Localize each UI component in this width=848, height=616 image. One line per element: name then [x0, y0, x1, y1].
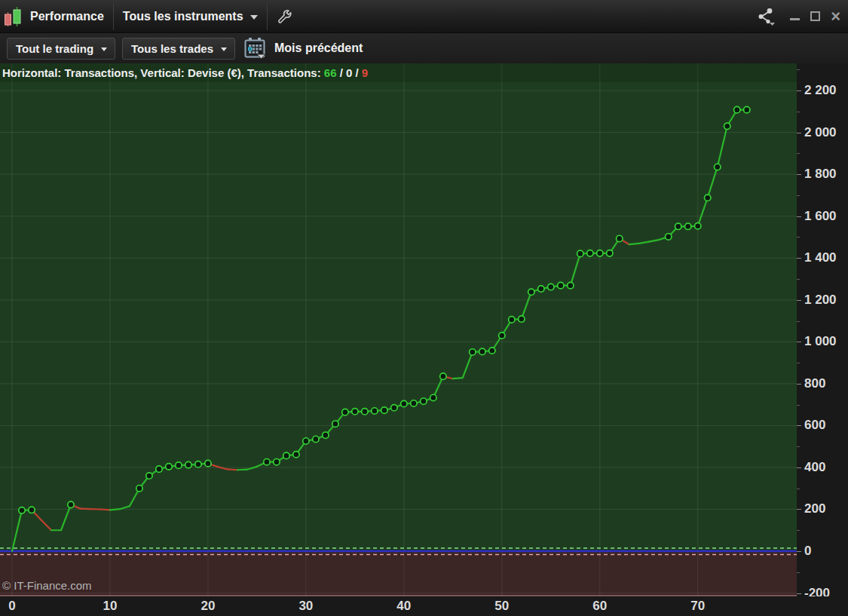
y-axis-tick: [797, 133, 801, 133]
chart-header-text: Horizontal: Transactions, Vertical: Devi…: [2, 66, 368, 79]
y-axis-minor-tick: [797, 279, 800, 280]
y-axis-label: 1 000: [804, 334, 848, 349]
x-axis-label: 70: [683, 599, 713, 614]
candlestick-icon: [4, 6, 23, 27]
y-axis-tick: [797, 425, 801, 426]
y-axis-label: 1 400: [804, 250, 848, 265]
calendar-period-button[interactable]: [244, 37, 268, 60]
y-axis-label: 2 200: [804, 83, 848, 98]
y-axis-tick: [797, 467, 801, 468]
watermark: © IT-Finance.com: [2, 579, 92, 592]
y-axis: -20002004006008001 0001 2001 4001 6001 8…: [797, 63, 848, 596]
y-axis-tick: [797, 384, 801, 385]
trades-filter-dropdown[interactable]: Tous les trades: [122, 38, 235, 60]
chevron-down-icon: [250, 15, 258, 20]
y-axis-label: 200: [804, 501, 848, 516]
y-axis-label: 1 600: [804, 209, 848, 224]
trading-scope-label: Tout le trading: [16, 42, 93, 55]
y-axis-minor-tick: [797, 572, 800, 573]
losses-count: 9: [362, 66, 368, 79]
axis-corner: [797, 596, 848, 616]
wins-count: 66: [324, 66, 337, 79]
x-axis-label: 30: [291, 599, 321, 614]
close-button[interactable]: ×: [831, 10, 840, 23]
settings-wrench-button[interactable]: [277, 8, 293, 25]
y-axis-minor-tick: [797, 489, 800, 489]
x-axis-label: 50: [487, 599, 517, 614]
y-axis-tick: [797, 509, 801, 510]
y-axis-label: 800: [804, 376, 848, 391]
performance-window: Performance Tous les instruments: [0, 0, 848, 616]
y-axis-minor-tick: [797, 321, 800, 322]
y-axis-minor-tick: [797, 112, 800, 112]
y-axis-minor-tick: [797, 405, 800, 406]
separator: [267, 3, 268, 30]
chevron-down-icon: [221, 48, 227, 51]
equity-curve-chart: [0, 63, 797, 596]
y-axis-label: 400: [804, 460, 848, 475]
x-axis-label: 0: [0, 599, 27, 614]
minimize-button[interactable]: [790, 18, 800, 20]
y-axis-minor-tick: [797, 195, 800, 196]
y-axis-label: 1 800: [804, 167, 848, 182]
y-axis-label: 600: [804, 418, 848, 433]
toolbar: Tout le trading Tous les trades: [0, 33, 848, 63]
x-axis-label: 40: [389, 599, 419, 614]
y-axis-tick: [797, 258, 801, 259]
window-title: Performance: [30, 10, 104, 23]
y-axis-minor-tick: [797, 530, 800, 531]
chevron-down-icon: [101, 48, 107, 51]
y-axis-minor-tick: [797, 153, 800, 154]
x-axis: 010203040506070: [0, 596, 797, 616]
share-button[interactable]: [755, 7, 778, 26]
y-axis-tick: [797, 174, 801, 175]
y-axis-tick: [797, 300, 801, 301]
y-axis-label: 2 000: [804, 125, 848, 140]
maximize-button[interactable]: [810, 11, 820, 21]
y-axis-minor-tick: [797, 446, 800, 447]
trades-filter-label: Tous les trades: [131, 42, 213, 55]
x-axis-label: 20: [193, 599, 223, 614]
titlebar: Performance Tous les instruments: [0, 0, 848, 33]
y-axis-label: 1 200: [804, 293, 848, 308]
y-axis-minor-tick: [797, 237, 800, 238]
period-label: Mois précédent: [274, 41, 363, 55]
instruments-dropdown-label: Tous les instruments: [123, 10, 243, 23]
y-axis-label: 0: [804, 544, 848, 559]
y-axis-minor-tick: [797, 363, 800, 363]
instruments-dropdown[interactable]: Tous les instruments: [123, 10, 258, 23]
y-axis-tick: [797, 90, 801, 91]
x-axis-label: 10: [95, 599, 125, 614]
y-axis-tick: [797, 216, 801, 217]
x-axis-label: 60: [585, 599, 615, 614]
separator: [113, 3, 114, 30]
y-axis-tick: [797, 342, 801, 342]
y-axis-tick: [797, 593, 801, 594]
chart-header: Horizontal: Transactions, Vertical: Devi…: [0, 63, 797, 82]
y-axis-minor-tick: [797, 69, 800, 70]
y-axis-tick: [797, 551, 801, 552]
equity-chart-plot[interactable]: Horizontal: Transactions, Vertical: Devi…: [0, 63, 797, 596]
trading-scope-dropdown[interactable]: Tout le trading: [7, 38, 115, 60]
